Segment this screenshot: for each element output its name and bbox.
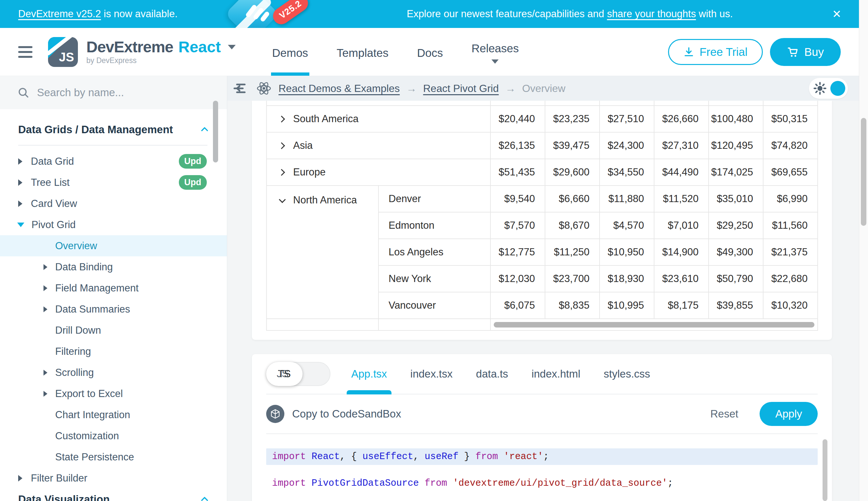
pivot-value-cell[interactable]: $18,930 bbox=[600, 265, 654, 292]
pivot-value-cell[interactable]: $44,490 bbox=[654, 159, 708, 185]
pivot-value-cell[interactable]: $35,010 bbox=[708, 185, 763, 212]
search-input[interactable] bbox=[37, 86, 193, 99]
breadcrumb-link[interactable]: React Demos & Examples bbox=[278, 83, 399, 95]
pivot-row-label[interactable]: Europe bbox=[266, 159, 491, 185]
pivot-value-cell[interactable]: $23,235 bbox=[545, 106, 600, 132]
pivot-value-cell[interactable]: $21,375 bbox=[763, 239, 818, 265]
pivot-value-cell[interactable]: $23,700 bbox=[545, 265, 600, 292]
buy-button[interactable]: Buy bbox=[770, 38, 841, 66]
code-scrollbar[interactable] bbox=[823, 439, 827, 501]
pivot-value-cell[interactable]: $14,900 bbox=[654, 239, 708, 265]
apply-button[interactable]: Apply bbox=[760, 402, 818, 426]
collapse-sidebar-icon[interactable] bbox=[232, 82, 248, 95]
pivot-value-cell[interactable]: $74,820 bbox=[763, 132, 818, 159]
sidebar-subitem-drill-down[interactable]: Drill Down bbox=[0, 320, 227, 341]
pivot-city-label[interactable]: Denver bbox=[378, 185, 491, 212]
banner-release-link[interactable]: DevExtreme v25.2 bbox=[18, 8, 101, 20]
nav-item-docs[interactable]: Docs bbox=[417, 28, 443, 76]
pivot-value-cell[interactable]: $120,495 bbox=[708, 132, 763, 159]
sidebar-subitem-scrolling[interactable]: Scrolling bbox=[0, 362, 227, 383]
section-header-data-visualization[interactable]: Data Visualization bbox=[0, 489, 227, 501]
nav-item-demos[interactable]: Demos bbox=[272, 28, 308, 76]
pivot-value-cell[interactable]: $50,790 bbox=[708, 265, 763, 292]
tab-styles-css[interactable]: styles.css bbox=[604, 354, 650, 394]
pivot-value-cell[interactable]: $20,440 bbox=[491, 106, 545, 132]
nav-item-templates[interactable]: Templates bbox=[337, 28, 388, 76]
sidebar-subitem-chart-integration[interactable]: Chart Integration bbox=[0, 404, 227, 425]
pivot-value-cell[interactable]: $27,310 bbox=[654, 132, 708, 159]
pivot-value-cell[interactable]: $29,250 bbox=[708, 212, 763, 239]
pivot-value-cell[interactable]: $11,520 bbox=[654, 185, 708, 212]
pivot-hscroll-thumb[interactable] bbox=[494, 322, 814, 328]
copy-to-codesandbox-link[interactable]: Copy to CodeSandBox bbox=[292, 408, 401, 420]
sidebar-subitem-field-management[interactable]: Field Management bbox=[0, 277, 227, 299]
pivot-value-cell[interactable]: $26,135 bbox=[491, 132, 545, 159]
pivot-value-cell[interactable]: $49,300 bbox=[708, 239, 763, 265]
sidebar-subitem-data-binding[interactable]: Data Binding bbox=[0, 256, 227, 277]
pivot-value-cell[interactable]: $7,570 bbox=[491, 212, 545, 239]
pivot-value-cell[interactable]: $100,480 bbox=[708, 106, 763, 132]
pivot-value-cell[interactable]: $4,570 bbox=[600, 212, 654, 239]
language-toggle[interactable]: TSJS bbox=[266, 362, 330, 386]
code-editor[interactable]: import React, { useEffect, useRef } from… bbox=[266, 434, 818, 501]
js-logo[interactable]: JS bbox=[48, 37, 78, 67]
sidebar-item-pivot-grid[interactable]: Pivot Grid bbox=[0, 214, 227, 235]
pivot-value-cell[interactable]: $174,025 bbox=[708, 159, 763, 185]
pivot-value-cell[interactable]: $6,660 bbox=[545, 185, 600, 212]
tab-index-html[interactable]: index.html bbox=[531, 354, 580, 394]
tab-index-tsx[interactable]: index.tsx bbox=[410, 354, 452, 394]
pivot-row-label[interactable]: South America bbox=[266, 106, 491, 132]
pivot-value-cell[interactable]: $10,320 bbox=[763, 292, 818, 319]
pivot-value-cell[interactable]: $26,660 bbox=[654, 106, 708, 132]
lang-option-js[interactable]: JS bbox=[267, 368, 298, 380]
tab-app-tsx[interactable]: App.tsx bbox=[351, 354, 387, 394]
breadcrumb-link[interactable]: React Pivot Grid bbox=[423, 83, 498, 95]
tab-data-ts[interactable]: data.ts bbox=[476, 354, 508, 394]
theme-toggle-knob[interactable] bbox=[830, 81, 845, 96]
pivot-value-cell[interactable]: $39,855 bbox=[708, 292, 763, 319]
sidebar-subitem-export-to-excel[interactable]: Export to Excel bbox=[0, 383, 227, 404]
sidebar-subitem-data-summaries[interactable]: Data Summaries bbox=[0, 299, 227, 320]
pivot-value-cell[interactable]: $23,610 bbox=[654, 265, 708, 292]
pivot-city-label[interactable]: Vancouver bbox=[378, 292, 491, 319]
sidebar-subitem-customization[interactable]: Customization bbox=[0, 425, 227, 446]
expand-chevron-icon[interactable] bbox=[278, 115, 285, 122]
pivot-value-cell[interactable]: $39,475 bbox=[545, 132, 600, 159]
sidebar-subitem-filtering[interactable]: Filtering bbox=[0, 341, 227, 362]
pivot-value-cell[interactable]: $22,680 bbox=[763, 265, 818, 292]
pivot-value-cell[interactable]: $6,990 bbox=[763, 185, 818, 212]
pivot-value-cell[interactable]: $69,655 bbox=[763, 159, 818, 185]
sidebar-item-data-grid[interactable]: Data GridUpd bbox=[0, 151, 227, 172]
expand-chevron-icon[interactable] bbox=[278, 142, 285, 149]
pivot-value-cell[interactable]: $50,315 bbox=[763, 106, 818, 132]
collapse-chevron-icon[interactable] bbox=[279, 196, 286, 203]
theme-toggle[interactable] bbox=[809, 78, 848, 99]
sidebar-item-filter-builder[interactable]: Filter Builder bbox=[0, 468, 227, 489]
pivot-row-label[interactable]: Asia bbox=[266, 132, 491, 159]
pivot-city-label[interactable]: Edmonton bbox=[378, 212, 491, 239]
reset-button[interactable]: Reset bbox=[710, 408, 738, 420]
sidebar-subitem-state-persistence[interactable]: State Persistence bbox=[0, 446, 227, 468]
pivot-value-cell[interactable]: $8,835 bbox=[545, 292, 600, 319]
page-scrollbar-track[interactable] bbox=[859, 0, 868, 501]
pivot-value-cell[interactable]: $7,010 bbox=[654, 212, 708, 239]
pivot-value-cell[interactable]: $9,540 bbox=[491, 185, 545, 212]
pivot-value-cell[interactable]: $12,775 bbox=[491, 239, 545, 265]
sidebar-subitem-overview[interactable]: Overview bbox=[0, 235, 227, 256]
pivot-city-label[interactable]: New York bbox=[378, 265, 491, 292]
chevron-down-icon[interactable] bbox=[228, 45, 236, 50]
page-scrollbar-thumb[interactable] bbox=[861, 118, 866, 226]
codesandbox-icon[interactable] bbox=[266, 405, 284, 423]
section-header-data-grids-data-management[interactable]: Data Grids / Data Management bbox=[0, 119, 227, 140]
expand-chevron-icon[interactable] bbox=[278, 169, 285, 175]
pivot-value-cell[interactable]: $8,670 bbox=[545, 212, 600, 239]
pivot-value-cell[interactable]: $24,300 bbox=[600, 132, 654, 159]
sidebar-item-tree-list[interactable]: Tree ListUpd bbox=[0, 172, 227, 193]
brand-block[interactable]: DevExtreme React by DevExpress bbox=[86, 39, 236, 64]
pivot-value-cell[interactable]: $11,560 bbox=[763, 212, 818, 239]
hamburger-menu-icon[interactable] bbox=[18, 43, 34, 61]
pivot-value-cell[interactable]: $51,435 bbox=[491, 159, 545, 185]
pivot-value-cell[interactable]: $10,995 bbox=[600, 292, 654, 319]
free-trial-button[interactable]: Free Trial bbox=[668, 39, 763, 65]
pivot-value-cell[interactable]: $11,880 bbox=[600, 185, 654, 212]
